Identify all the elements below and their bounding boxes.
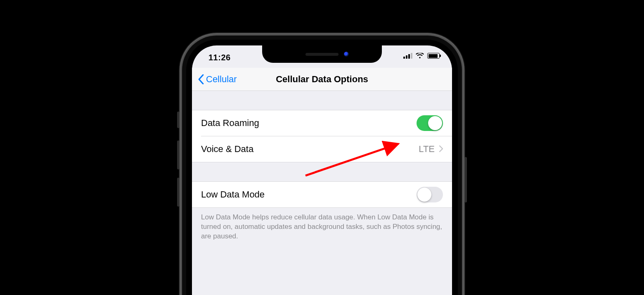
back-button-label: Cellular (206, 74, 237, 85)
volume-up-button (177, 140, 180, 169)
row-label: Low Data Mode (201, 189, 417, 200)
row-label: Data Roaming (201, 118, 417, 128)
volume-down-button (177, 178, 180, 207)
notch (262, 45, 382, 63)
data-roaming-toggle[interactable] (417, 115, 443, 131)
camera-icon (344, 52, 349, 57)
footer-description: Low Data Mode helps reduce cellular data… (192, 208, 452, 241)
low-data-mode-toggle[interactable] (417, 187, 443, 202)
screen: 11:26 (192, 45, 452, 295)
row-voice-data[interactable]: Voice & Data LTE (192, 136, 452, 162)
power-button (464, 157, 467, 202)
silence-switch (177, 112, 180, 128)
speaker-icon (305, 53, 339, 56)
chevron-left-icon (198, 74, 204, 84)
phone-frame: 11:26 (180, 33, 464, 295)
row-value: LTE (419, 144, 435, 155)
status-time: 11:26 (208, 53, 231, 62)
row-data-roaming[interactable]: Data Roaming (192, 110, 452, 136)
nav-bar: Cellular Cellular Data Options (192, 68, 452, 91)
row-label: Voice & Data (201, 144, 419, 155)
row-low-data-mode[interactable]: Low Data Mode (192, 182, 452, 207)
back-button[interactable]: Cellular (192, 74, 237, 85)
chevron-right-icon (439, 144, 443, 155)
battery-icon (427, 53, 440, 59)
cellular-signal-icon (403, 53, 412, 59)
wifi-icon (416, 53, 424, 59)
